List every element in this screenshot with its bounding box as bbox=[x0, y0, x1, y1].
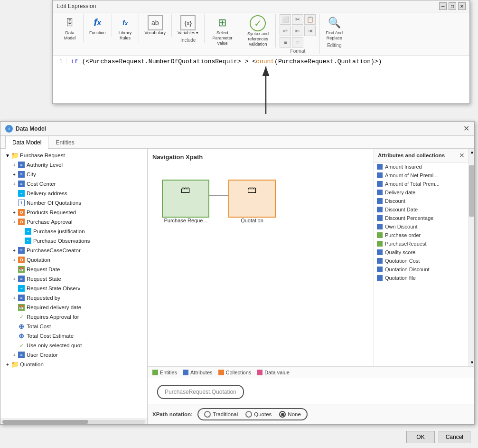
function-button[interactable]: fx Function bbox=[87, 14, 108, 37]
vocabulary-button[interactable]: ab Vocabulary bbox=[143, 14, 168, 37]
tree-item-delivery-address[interactable]: · ~ Delivery address bbox=[0, 189, 147, 198]
tree-item-products-requested[interactable]: + O Products Requested bbox=[0, 208, 147, 217]
syntax-button[interactable]: ✓ Syntax and referencesvalidation bbox=[244, 14, 272, 48]
tree-item-city[interactable]: + ≡ City bbox=[0, 170, 147, 179]
format-btn-8[interactable]: ≣ bbox=[292, 37, 303, 48]
tree-item-total-cost[interactable]: · ⊕ Total Cost bbox=[0, 322, 147, 331]
attr-item-quotation-cost[interactable]: Quotation Cost bbox=[374, 257, 469, 265]
tree-item-authority-level[interactable]: + ≡ Authority Level bbox=[0, 160, 147, 170]
attr-sidebar-close-btn[interactable]: ✕ bbox=[459, 152, 465, 159]
tab-data-model[interactable]: Data Model bbox=[5, 136, 48, 149]
tree-item-quotation[interactable]: + O Quotation bbox=[0, 255, 147, 265]
attr-item-quotation-discount[interactable]: Quotation Discount bbox=[374, 265, 469, 274]
tree-item-cost-center[interactable]: + ≡ Cost Center bbox=[0, 179, 147, 189]
expand-quotation[interactable]: + bbox=[11, 257, 18, 263]
format-btn-2[interactable]: ✂ bbox=[292, 14, 303, 25]
attr-item-delivery-date[interactable]: Delivery date bbox=[374, 188, 469, 197]
radio-none[interactable]: None bbox=[279, 411, 301, 418]
format-btn-1[interactable]: ⬜ bbox=[280, 14, 291, 25]
library-rules-icon: fx bbox=[118, 15, 133, 30]
radio-label-none: None bbox=[288, 411, 301, 417]
attr-label-discount-percentage: Discount Percentage bbox=[385, 215, 433, 221]
data-model-button[interactable]: 🗄 DataModel bbox=[60, 14, 79, 42]
cancel-button[interactable]: Cancel bbox=[439, 431, 470, 443]
tree-item-purchase-justification[interactable]: · ~ Purchase justification bbox=[0, 227, 147, 236]
attr-item-quality-score[interactable]: Quality score bbox=[374, 248, 469, 257]
tree-item-purchase-request[interactable]: ▼ 📁 Purchase Request bbox=[0, 151, 147, 160]
tree-item-use-only-selected-quot[interactable]: · ✓ Use only selected quot bbox=[0, 341, 147, 350]
tree-item-user-creator[interactable]: + ≡ User Creator bbox=[0, 350, 147, 360]
tab-entities[interactable]: Entities bbox=[48, 136, 81, 149]
vocabulary-label: Vocabulary bbox=[145, 30, 166, 36]
expand-user-creator[interactable]: + bbox=[11, 352, 18, 358]
code-editor[interactable]: 1 if (<PurchaseRequest.NumberOfQuotation… bbox=[53, 56, 469, 104]
find-replace-button[interactable]: 🔍 Find AndReplace bbox=[324, 14, 345, 42]
tree-item-total-cost-estimate[interactable]: · ⊕ Total Cost Estimate bbox=[0, 331, 147, 341]
format-btn-6[interactable]: ⇥ bbox=[304, 26, 316, 36]
tree-item-request-state[interactable]: + ≡ Request State bbox=[0, 274, 147, 284]
tree-item-purchase-case-creator[interactable]: + ≡ PurchaseCaseCreator bbox=[0, 246, 147, 255]
expand-products-requested[interactable]: + bbox=[11, 209, 18, 216]
attr-item-quotation-file[interactable]: Quotation file bbox=[374, 274, 469, 282]
scroll-up-btn[interactable]: ▲ bbox=[469, 149, 474, 155]
tree-item-purchase-approval[interactable]: + O Purchase Approval bbox=[0, 217, 147, 227]
tree-horizontal-scrollbar[interactable] bbox=[0, 419, 147, 424]
format-btn-3[interactable]: 📋 bbox=[304, 14, 316, 25]
expand-request-state[interactable]: + bbox=[11, 276, 18, 282]
expand-purchase-approval[interactable]: + bbox=[11, 219, 18, 225]
attr-list-scrollbar[interactable]: ▲ ▼ bbox=[469, 149, 474, 366]
tree-scroll-area[interactable]: ▼ 📁 Purchase Request + ≡ Authority Level bbox=[0, 149, 147, 419]
expand-purchase-justification: · bbox=[18, 228, 24, 235]
expand-quotation-root[interactable]: + bbox=[4, 361, 11, 368]
tree-item-required-delivery-date[interactable]: · 📅 Required delivery date bbox=[0, 303, 147, 312]
tree-item-purchase-observations[interactable]: · ~ Purchase Observations bbox=[0, 236, 147, 246]
close-btn[interactable]: ✕ bbox=[458, 2, 466, 10]
node-box-quotation[interactable]: 🗃 bbox=[228, 180, 276, 218]
attr-color-quotation-file bbox=[377, 275, 383, 281]
library-rules-button[interactable]: fx LibraryRules bbox=[116, 14, 135, 42]
node-connector bbox=[209, 195, 228, 196]
expand-purchase-case-creator[interactable]: + bbox=[11, 247, 18, 254]
expand-requested-by[interactable]: + bbox=[11, 295, 18, 301]
tree-item-number-of-quotations[interactable]: · 1 Number Of Quotations bbox=[0, 198, 147, 208]
minimize-btn[interactable]: ─ bbox=[439, 2, 447, 10]
attr-item-purchase-order[interactable]: Purchase order bbox=[374, 231, 469, 239]
maximize-btn[interactable]: □ bbox=[449, 2, 456, 10]
radio-traditional[interactable]: Traditional bbox=[204, 411, 238, 418]
tree-item-requires-approval-for[interactable]: · ✓ Requires Approval for bbox=[0, 312, 147, 322]
expand-city[interactable]: + bbox=[11, 171, 18, 178]
expand-authority-level[interactable]: + bbox=[11, 162, 18, 168]
variables-label: Variables ▾ bbox=[178, 30, 198, 36]
dm-title-icon: i bbox=[5, 125, 13, 133]
function-label: Function bbox=[89, 30, 106, 36]
tree-item-requested-by[interactable]: + ≡ Requested by bbox=[0, 293, 147, 303]
scroll-down-btn[interactable]: ▼ bbox=[469, 359, 474, 366]
ok-button[interactable]: OK bbox=[406, 431, 434, 443]
expand-purchase-request[interactable]: ▼ bbox=[4, 152, 11, 159]
tree-item-request-state-observ[interactable]: · ~ Request State Observ bbox=[0, 284, 147, 293]
attr-item-purchase-request-attr[interactable]: PurchaseRequest bbox=[374, 239, 469, 248]
tree-item-quotation-root[interactable]: + 📁 Quotation bbox=[0, 360, 147, 369]
attr-item-amount-insured[interactable]: Amount Insured bbox=[374, 162, 469, 171]
node-box-purchase-request[interactable]: 🗃 bbox=[162, 180, 209, 218]
attr-item-discount-percentage[interactable]: Discount Percentage bbox=[374, 214, 469, 222]
tree-label-purchase-approval: Purchase Approval bbox=[27, 219, 73, 225]
select-param-button[interactable]: ⊞ Select ParameterValue bbox=[208, 14, 236, 47]
format-btn-7[interactable]: ≡ bbox=[280, 37, 291, 48]
expand-cost-center[interactable]: + bbox=[11, 181, 18, 187]
variables-button[interactable]: {x} Variables ▾ bbox=[176, 14, 200, 37]
attr-color-quotation-cost bbox=[377, 258, 383, 264]
attr-label-quality-score: Quality score bbox=[385, 249, 415, 255]
attr-item-own-discount[interactable]: Own Discount bbox=[374, 222, 469, 231]
attr-item-discount[interactable]: Discount bbox=[374, 197, 469, 205]
dm-close-btn[interactable]: ✕ bbox=[463, 124, 469, 133]
tree-item-request-date[interactable]: · 📅 Request Date bbox=[0, 265, 147, 274]
format-btn-5[interactable]: ⇤ bbox=[292, 26, 303, 36]
attr-item-amount-total-prem[interactable]: Amount of Total Prem... bbox=[374, 180, 469, 188]
format-btn-4[interactable]: ↩ bbox=[280, 26, 291, 36]
code-content-1: if (<PurchaseRequest.NumberOfQuotationsR… bbox=[71, 58, 382, 65]
attr-item-discount-date[interactable]: Discount Date bbox=[374, 205, 469, 214]
tree-label-authority-level: Authority Level bbox=[27, 162, 63, 168]
attr-item-amount-net-premi[interactable]: Amount of Net Premi... bbox=[374, 171, 469, 180]
radio-quotes[interactable]: Quotes bbox=[245, 411, 272, 418]
